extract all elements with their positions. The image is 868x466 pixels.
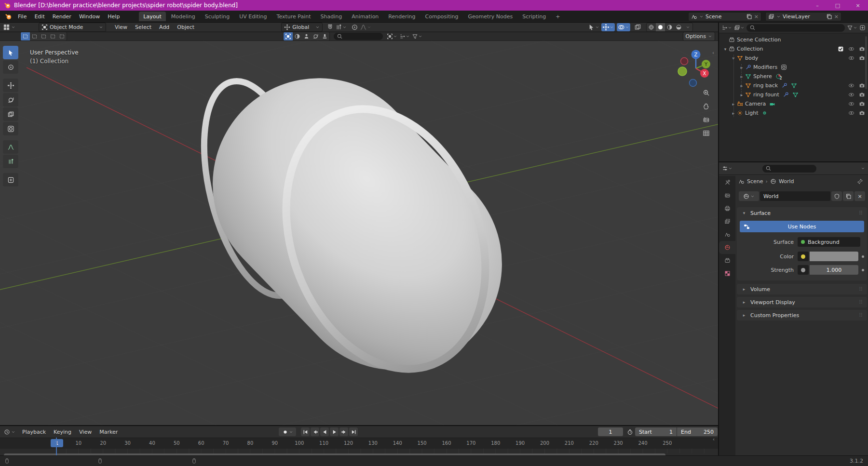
tool-scale[interactable] [3,107,18,121]
outliner-row-body[interactable]: ▾body [719,53,868,63]
minimize-button[interactable]: – [807,2,827,9]
snap-magnet-icon[interactable] [326,24,334,31]
list-filter-dropdown[interactable] [399,33,410,40]
hide-viewport-toggle[interactable] [848,55,854,61]
menu-render[interactable]: Render [49,11,75,22]
properties-search-input[interactable] [762,165,816,173]
gizmos-toggle[interactable] [601,23,615,31]
tool-annotate[interactable] [3,140,18,154]
menu-window[interactable]: Window [75,11,104,22]
strength-slider[interactable]: 1.000 [810,265,858,275]
new-world-button[interactable] [843,191,854,201]
funnel-filter-dropdown[interactable] [412,33,422,40]
shading-solid-button[interactable] [656,23,665,31]
body-object[interactable] [169,41,546,414]
select-mode-set[interactable] [21,32,30,40]
scene-selector[interactable]: Scene × [688,12,761,21]
viewport-menu-add[interactable]: Add [155,23,173,31]
orientation-dropdown[interactable]: Global [281,23,323,32]
menu-file[interactable]: File [14,11,30,22]
animate-dot[interactable] [862,255,864,258]
viewlayer-selector[interactable]: ViewLayer × [765,12,841,21]
viewport-menu-object[interactable]: Object [173,23,198,31]
collection-checkbox[interactable] [837,46,844,52]
properties-tab-texture[interactable] [719,267,735,280]
surface-value-dropdown[interactable]: Background [798,237,860,247]
playhead[interactable] [56,438,57,456]
new-viewlayer-icon[interactable] [826,13,832,20]
fake-user-button[interactable] [831,191,842,201]
expand-icon[interactable]: ▸ [738,83,745,88]
xray-toggle[interactable] [634,24,641,31]
expand-icon[interactable]: ▸ [738,65,745,70]
shading-dropdown[interactable] [683,23,692,31]
workspace-tab-sculpting[interactable]: Sculpting [201,12,234,21]
mode-dropdown[interactable]: Object Mode [39,23,106,32]
workspace-tab-shading[interactable]: Shading [316,12,347,21]
properties-edit or-type-button[interactable] [722,165,732,172]
use-nodes-button[interactable]: Use Nodes [740,221,864,232]
editor-type-button[interactable] [3,24,15,31]
outliner-row-collection[interactable]: ▾Collection [719,44,868,53]
selectability-dropdown[interactable] [588,24,599,31]
outliner-row-light[interactable]: ▸Light [719,108,868,118]
hide-viewport-toggle[interactable] [848,46,854,52]
start-frame-field[interactable]: Start1 [635,427,677,436]
timeline-collapse-arrow[interactable]: ‹ [713,437,715,442]
workspace-tab-modeling[interactable]: Modeling [167,12,200,21]
wrench-icon[interactable] [783,92,789,98]
tool-transform[interactable] [3,122,18,135]
new-scene-icon[interactable] [746,13,752,20]
menu-help[interactable]: Help [104,11,123,22]
current-frame-chip[interactable]: 1 [51,439,63,447]
viewport-menu-select[interactable]: Select [131,23,155,31]
close-button[interactable]: × [848,2,868,9]
current-frame-field[interactable]: 1 [598,427,623,436]
options-dropdown[interactable]: Options [683,32,715,41]
play-reverse-button[interactable] [320,427,329,436]
disable-render-toggle[interactable] [858,92,865,98]
stamp-icon[interactable] [320,32,329,40]
unlink-world-button[interactable]: × [854,191,865,201]
use-preview-range-icon[interactable] [627,429,633,435]
color-socket-button[interactable] [798,252,809,261]
disable-render-toggle[interactable] [858,101,865,107]
overlays-toggle[interactable] [617,23,630,31]
tool-add-cube[interactable] [3,173,18,186]
wrench-icon[interactable] [781,82,787,89]
tool-measure[interactable] [3,155,18,168]
timeline-ruler[interactable]: 1 10203040506070809010011012013014015016… [0,438,718,449]
properties-tab-world[interactable] [719,241,735,254]
breadcrumb-world[interactable]: World [779,178,794,185]
outliner-search-input[interactable] [746,24,845,32]
select-mode-extend[interactable] [30,32,39,40]
outliner-scrollbar[interactable] [865,36,867,89]
meshdata-icon[interactable] [791,82,797,89]
blender-menu-icon[interactable] [5,13,12,20]
workspace-tab-uv-editing[interactable]: UV Editing [235,12,271,21]
properties-tab-scene[interactable] [719,228,735,241]
menu-edit[interactable]: Edit [30,11,48,22]
shading-wireframe-button[interactable] [647,23,656,31]
world-name-field[interactable]: World [760,191,830,201]
person-icon[interactable] [302,32,311,40]
timeline-menu-keying[interactable]: Keying [50,426,75,438]
viewport-pan-button[interactable] [703,103,710,111]
timeline-menu-marker[interactable]: Marker [95,426,122,438]
disable-render-toggle[interactable] [858,46,865,52]
tool-cursor[interactable] [3,60,18,74]
color-swatch[interactable] [810,252,858,261]
shading-rendered-button[interactable] [674,23,683,31]
properties-tab-render[interactable] [719,189,735,202]
expand-icon[interactable]: ▸ [738,74,745,79]
expand-icon[interactable]: ▾ [722,47,729,52]
tool-rotate[interactable] [3,93,18,107]
workspace-tab-animation[interactable]: Animation [347,12,383,21]
orbit-icon[interactable] [311,32,320,40]
workspace-tab-geometry-nodes[interactable]: Geometry Nodes [463,12,517,21]
camdata-icon[interactable] [769,101,775,107]
frame-icon[interactable] [284,32,293,40]
viewport-canvas[interactable]: User Perspective (1) Collection [0,41,718,425]
tool-move[interactable] [3,79,18,92]
snap-options-dropdown[interactable] [335,24,347,31]
